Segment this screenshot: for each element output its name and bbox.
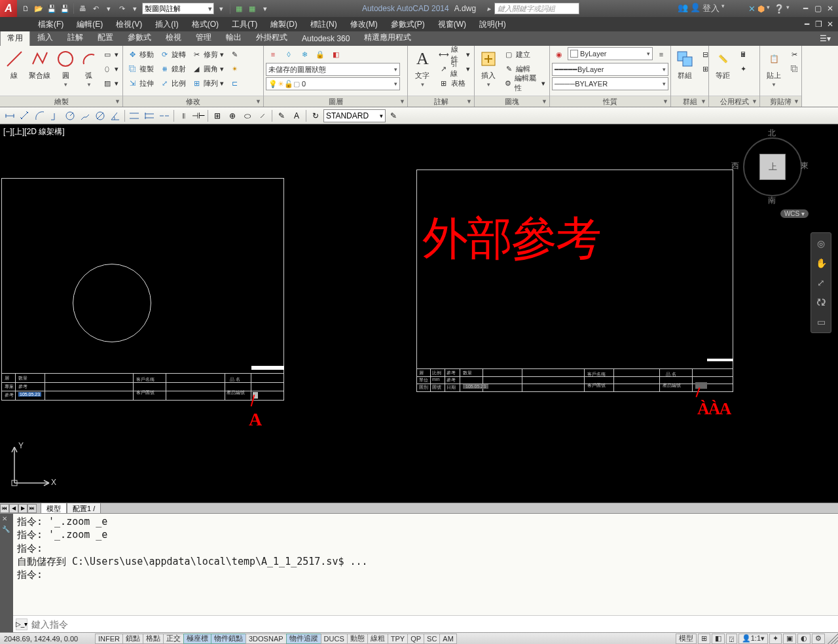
dim-arc-icon[interactable]: [33, 109, 47, 123]
status-toggle-極座標[interactable]: 極座標: [183, 634, 211, 644]
status-right-button[interactable]: 👤1:1▾: [738, 634, 768, 644]
showmotion-icon[interactable]: ▭: [813, 314, 829, 330]
polyline-button[interactable]: 聚合線: [27, 47, 52, 82]
dim-edit-icon[interactable]: ✎: [274, 109, 289, 123]
center-mark-icon[interactable]: ⊕: [225, 109, 240, 123]
chevron-down-icon[interactable]: ▾: [215, 3, 227, 14]
pan-icon[interactable]: ✋: [813, 255, 829, 271]
status-toggle-am[interactable]: AM: [439, 634, 457, 644]
array-button[interactable]: ⊞陣列▾: [189, 76, 226, 90]
viewcube[interactable]: 上 北 南 東 西 WCS ▾: [737, 131, 809, 209]
close-button[interactable]: ✕: [825, 4, 835, 13]
drawing-area[interactable]: [−][上][2D 線架構] 上 北 南 東 西 WCS ▾ ◎ ✋ ⤢ 🗘 ▭…: [0, 124, 838, 503]
chevron-down-icon[interactable]: ▾: [721, 3, 725, 14]
orbit-icon[interactable]: 🗘: [813, 295, 829, 310]
erase-button[interactable]: ✎: [227, 47, 242, 62]
share-icon[interactable]: ▦: [233, 3, 245, 14]
coordinates[interactable]: 2048.69, 1424.49, 0.00: [0, 635, 95, 643]
tab-parametric[interactable]: 參數式: [120, 29, 158, 46]
status-right-button[interactable]: 模型: [676, 634, 697, 644]
dim-quick-icon[interactable]: [127, 109, 141, 123]
steering-wheel-icon[interactable]: ◎: [813, 236, 829, 251]
trim-button[interactable]: ✂修剪▾: [189, 47, 226, 62]
dim-baseline-icon[interactable]: [142, 109, 156, 123]
dim-angular-icon[interactable]: [108, 109, 122, 123]
copy-clip-button[interactable]: ⿻: [787, 62, 801, 76]
rotate-button[interactable]: ⟳旋轉: [157, 47, 188, 62]
dim-radius-icon[interactable]: [63, 109, 77, 123]
menu-param[interactable]: 參數式(P): [384, 18, 431, 31]
tab-plugins[interactable]: 外掛程式: [249, 29, 295, 46]
fillet-button[interactable]: ◢圓角▾: [189, 62, 226, 76]
menu-window[interactable]: 視窗(W): [431, 18, 473, 31]
status-toggle-線粗[interactable]: 線粗: [367, 634, 388, 644]
chevron-down-icon[interactable]: ▾: [129, 3, 141, 14]
tab-annotate[interactable]: 註解: [60, 29, 90, 46]
color-combo[interactable]: ByLayer: [568, 47, 653, 60]
ellipse-button[interactable]: ⬯▾: [100, 62, 120, 76]
saveas-icon[interactable]: 💾: [59, 3, 71, 14]
layer-state-combo[interactable]: 未儲存的圖層狀態: [266, 63, 400, 76]
cmd-config-icon[interactable]: 🔧: [2, 526, 11, 535]
chevron-down-icon[interactable]: ▾: [103, 3, 115, 14]
status-toggle-infer[interactable]: INFER: [95, 634, 123, 644]
dim-break-icon[interactable]: ⊣⊢: [191, 109, 206, 123]
search-input[interactable]: 鍵入關鍵字或詞組: [494, 3, 579, 14]
menu-tools[interactable]: 工具(T): [225, 18, 264, 31]
hatch-button[interactable]: ▨▾: [100, 76, 120, 90]
ribbon-collapse-button[interactable]: ☰▾: [812, 31, 838, 46]
status-toggle-格點[interactable]: 格點: [143, 634, 164, 644]
doc-minimize-button[interactable]: ━: [801, 20, 812, 29]
menu-file[interactable]: 檔案(F): [31, 18, 70, 31]
status-toggle-鎖點[interactable]: 鎖點: [122, 634, 143, 644]
group-button[interactable]: 群組: [673, 47, 697, 82]
zoom-extents-icon[interactable]: ⤢: [813, 275, 829, 291]
status-right-button[interactable]: ⍰: [726, 634, 737, 644]
status-toggle-ducs[interactable]: DUCS: [321, 634, 348, 644]
tab-manage[interactable]: 管理: [189, 29, 219, 46]
layer-iso-button[interactable]: ◊: [282, 47, 296, 62]
layout-tab-layout1[interactable]: 配置1 /: [67, 503, 101, 514]
dim-jogged-icon[interactable]: [78, 109, 92, 123]
status-toggle-qp[interactable]: QP: [407, 634, 424, 644]
copy-button[interactable]: ⿻複製: [125, 62, 156, 76]
arc-button[interactable]: 弧▼: [79, 47, 99, 89]
tolerance-icon[interactable]: ⊞: [210, 109, 225, 123]
dim-linear-icon[interactable]: [3, 109, 17, 123]
layout-tab-model[interactable]: 模型: [41, 503, 67, 514]
layer-props-button[interactable]: ≡: [266, 47, 280, 62]
layout-next-button[interactable]: ▶: [18, 504, 27, 513]
menu-format[interactable]: 格式(O): [185, 18, 225, 31]
new-icon[interactable]: 🗋: [20, 3, 31, 14]
dim-space-icon[interactable]: ⫴: [176, 109, 191, 123]
signin-icon[interactable]: 👤: [690, 3, 701, 14]
maximize-button[interactable]: ▢: [812, 4, 823, 13]
dim-ordinate-icon[interactable]: [48, 109, 62, 123]
chevron-down-icon[interactable]: ▾: [767, 4, 770, 14]
exchange-icon[interactable]: ✕: [748, 4, 756, 14]
layer-match-button[interactable]: ◧: [329, 47, 343, 62]
leader-button[interactable]: ↗引線▾: [437, 62, 472, 76]
jog-line-icon[interactable]: ⟋: [255, 109, 270, 123]
stretch-button[interactable]: ⇲拉伸: [125, 76, 156, 90]
menu-view[interactable]: 檢視(V): [109, 18, 149, 31]
dimstyle-control-icon[interactable]: ✎: [386, 109, 401, 123]
status-toggle-3dosnap[interactable]: 3DOSNAP: [246, 634, 287, 644]
paste-button[interactable]: 📋貼上▼: [762, 47, 786, 89]
insert-block-button[interactable]: 插入▼: [477, 47, 500, 89]
help-icon[interactable]: ❔: [774, 4, 784, 14]
cmd-prompt-icon[interactable]: ▷_▾: [16, 618, 27, 630]
linetype-combo[interactable]: ──── BYLAYER: [552, 77, 668, 90]
menu-dim[interactable]: 標註(N): [304, 18, 344, 31]
cut-button[interactable]: ✂: [787, 47, 801, 62]
lineweight-combo[interactable]: ━━━━━ ByLayer: [552, 63, 668, 76]
infocenter-icon[interactable]: 👥: [678, 3, 688, 14]
command-input[interactable]: [31, 619, 835, 630]
text-button[interactable]: A文字▼: [410, 47, 435, 89]
scale-button[interactable]: ⤢比例: [157, 76, 188, 90]
block-editattr-button[interactable]: ⚙編輯屬性▾: [501, 76, 547, 90]
cmd-close-icon[interactable]: ✕: [2, 515, 11, 524]
minimize-button[interactable]: ━: [800, 4, 811, 13]
block-create-button[interactable]: ▢建立: [501, 47, 547, 62]
circle-button[interactable]: 圓▼: [54, 47, 78, 89]
